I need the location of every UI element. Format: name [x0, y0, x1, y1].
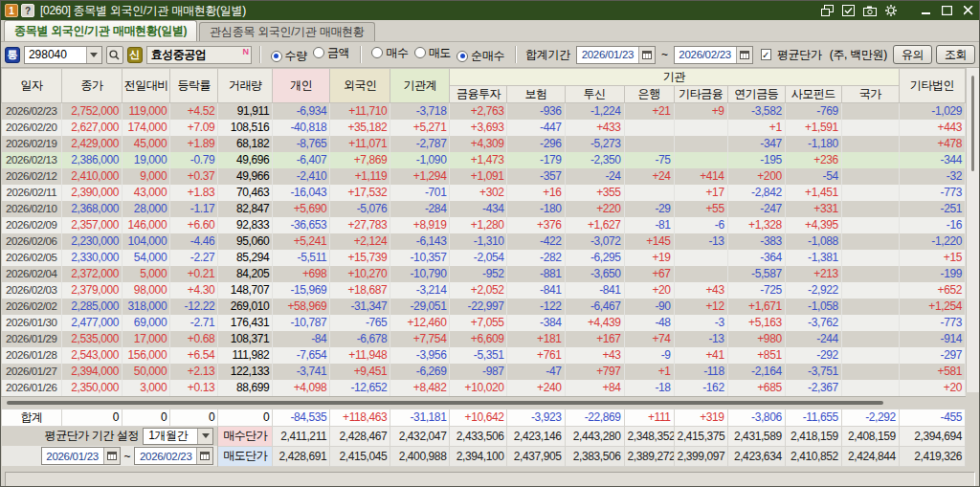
table-row[interactable]: 2026/02/022,285,000318,000-12.22269,010+… — [2, 299, 966, 315]
table-row[interactable]: 2026/02/112,390,00043,000+1.8370,463-16,… — [2, 185, 966, 201]
cell-close: 2,535,000 — [62, 331, 122, 347]
table-row[interactable]: 2026/02/232,752,000119,000+4.5291,911-6,… — [2, 103, 966, 120]
vertical-scrollbar[interactable] — [966, 68, 979, 392]
cell-volume: 91,911 — [218, 103, 273, 120]
avg-period-select[interactable]: 1개월간 — [143, 428, 213, 445]
price-cell: 2,348,352 — [624, 426, 674, 446]
gear-icon[interactable] — [883, 4, 898, 17]
cell-priv_fund: -54 — [785, 168, 841, 185]
table-row[interactable]: 2026/02/132,386,00019,000-0.7949,696-6,4… — [2, 152, 966, 168]
cell-rate: -4.46 — [170, 233, 218, 250]
cell-inst_total: -701 — [390, 185, 450, 201]
chevron-down-icon[interactable] — [86, 47, 101, 63]
col-header-nation: 국가 — [841, 86, 899, 103]
calendar-icon[interactable] — [196, 448, 212, 464]
account-type-badge[interactable]: 통 — [5, 47, 20, 63]
table-row[interactable]: 2026/02/032,379,00098,000+4.30148,707-15… — [2, 282, 966, 299]
table-row[interactable]: 2026/02/042,372,0005,000+0.2184,205+698+… — [2, 266, 966, 282]
calendar-icon[interactable] — [638, 47, 655, 63]
cell-rate: -1.17 — [170, 201, 218, 217]
camera-icon[interactable] — [862, 4, 877, 17]
cell-priv_fund: -292 — [785, 347, 841, 364]
cell-etc_corp: +20 — [899, 380, 965, 396]
table-row[interactable]: 2026/01/302,477,00069,000-2.71176,431-10… — [2, 315, 966, 331]
cell-pension: -195 — [727, 152, 785, 168]
cell-foreign: +11,710 — [330, 103, 390, 120]
vscroll-thumb[interactable] — [971, 76, 974, 171]
search-button[interactable]: 조회 — [936, 45, 975, 64]
table-row[interactable]: 2026/02/202,627,000174,000+7.09108,516-4… — [2, 120, 966, 136]
cell-fin_invest: -2,054 — [450, 250, 507, 266]
avg-start-input[interactable]: 2026/01/23 — [42, 451, 103, 462]
cell-fin_invest: +10,020 — [450, 380, 507, 396]
table-row[interactable]: 2026/01/282,543,000156,000+6.54111,982-7… — [2, 347, 966, 364]
table-row[interactable]: 2026/02/102,368,00028,000-1.1782,847+5,6… — [2, 201, 966, 217]
table-row[interactable]: 2026/02/192,429,00045,000+1.8968,182-8,7… — [2, 136, 966, 152]
table-row[interactable]: 2026/01/292,535,00017,000+0.68108,371-84… — [2, 331, 966, 347]
table-row[interactable]: 2026/02/122,410,0009,000+0.3749,966-2,41… — [2, 168, 966, 185]
cell-pension: -5,587 — [727, 266, 785, 282]
period-end-input[interactable]: 2026/02/23 — [675, 49, 736, 60]
table-row[interactable]: 2026/02/062,230,000104,000-4.4695,060+5,… — [2, 233, 966, 250]
side-radio-1[interactable]: 매도 — [414, 45, 451, 61]
checked-window-icon[interactable] — [841, 4, 856, 17]
stock-name-box: 효성중공업 N — [146, 46, 252, 64]
cell-insurance: -357 — [507, 168, 565, 185]
cell-etc_corp: +15 — [899, 250, 965, 266]
cell-rate: +7.09 — [170, 120, 218, 136]
tab-1[interactable]: 관심종목 외국인/기관 매매현황 — [199, 22, 374, 41]
total-row: 합계0000-84,535+118,463-31,181+10,642-3,92… — [2, 409, 966, 426]
window-number-badge[interactable]: 1 — [5, 4, 18, 17]
tab-0[interactable]: 종목별 외국인/기관 매매현황(일별) — [4, 20, 197, 41]
cell-etc_fin: -3 — [674, 315, 727, 331]
table-row[interactable]: 2026/02/052,330,00054,000-2.2785,294-5,5… — [2, 250, 966, 266]
maximize-icon[interactable] — [940, 4, 954, 17]
cell-volume: 148,707 — [218, 282, 273, 299]
cell-rate: -2.71 — [170, 315, 218, 331]
cell-change: 69,000 — [122, 315, 170, 331]
cell-insurance: +761 — [507, 347, 565, 364]
price-cell: 2,419,326 — [899, 446, 965, 466]
cell-bank: +24 — [624, 168, 674, 185]
cell-volume: 108,516 — [218, 120, 273, 136]
cell-pension: -247 — [727, 201, 785, 217]
cell-etc_fin — [674, 266, 727, 282]
radio-icon — [271, 51, 282, 62]
cell-individual: -84 — [273, 331, 330, 347]
cell-rate: +0.21 — [170, 266, 218, 282]
cell-insurance: -282 — [507, 250, 565, 266]
price-cell: 2,443,280 — [565, 426, 624, 446]
divider — [360, 46, 361, 63]
calendar-icon[interactable] — [103, 448, 120, 464]
search-icon[interactable] — [106, 46, 123, 64]
stock-code-input[interactable] — [25, 48, 86, 61]
unit-radio-0[interactable]: 수량 — [271, 48, 307, 64]
cell-priv_fund: +236 — [785, 152, 841, 168]
calendar-icon[interactable] — [736, 47, 752, 63]
cell-etc_fin: -118 — [674, 364, 727, 380]
horizontal-scrollbar[interactable] — [1, 396, 966, 409]
avg-end-input[interactable]: 2026/02/23 — [135, 451, 196, 462]
total-cell: 0 — [218, 409, 273, 426]
table-row[interactable]: 2026/01/262,350,0003,000+0.1388,699+4,09… — [2, 380, 966, 396]
warning-button[interactable]: 유의 — [893, 45, 932, 64]
side-radio-0[interactable]: 매수 — [371, 45, 408, 61]
cell-inv_trust: -24 — [565, 168, 624, 185]
hscroll-thumb[interactable] — [7, 401, 883, 405]
cell-change: 156,000 — [122, 347, 170, 364]
radio-label: 수량 — [285, 48, 307, 64]
cell-etc_corp: -914 — [899, 331, 965, 347]
close-icon[interactable] — [961, 4, 975, 17]
cell-etc_corp: -251 — [899, 201, 965, 217]
cell-etc_corp: +652 — [899, 282, 965, 299]
help-icon[interactable]: ? — [21, 4, 34, 17]
period-start-input[interactable]: 2026/01/23 — [577, 49, 638, 60]
table-row[interactable]: 2026/02/092,357,000146,000+6.6092,833-36… — [2, 217, 966, 233]
new-window-icon[interactable] — [820, 4, 835, 17]
side-radio-2[interactable]: 순매수 — [457, 48, 504, 64]
table-row[interactable]: 2026/01/272,394,00050,000+2.13122,133-3,… — [2, 364, 966, 380]
unit-radio-1[interactable]: 금액 — [313, 45, 349, 61]
minimize-icon[interactable] — [919, 4, 933, 17]
cell-inst_total: +12,460 — [390, 315, 450, 331]
avg-price-checkbox[interactable] — [761, 49, 771, 60]
